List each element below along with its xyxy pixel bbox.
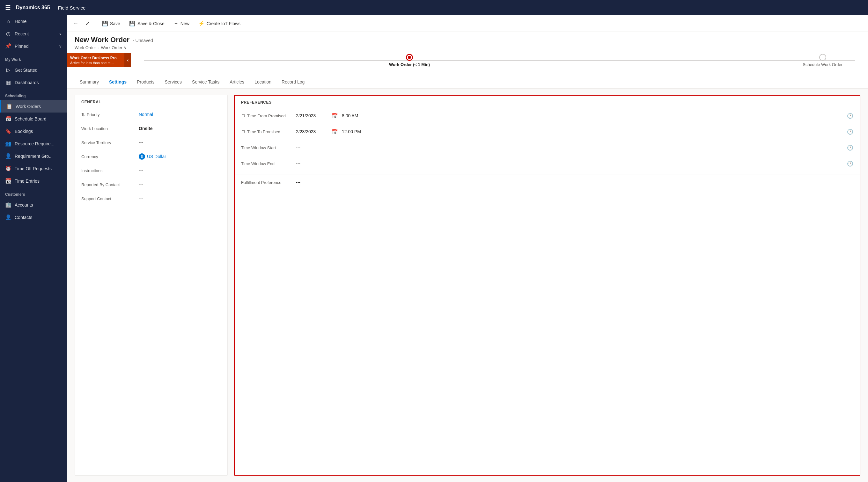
calendar-icon-to[interactable]: 📅 (332, 129, 338, 135)
tab-products[interactable]: Products (132, 76, 159, 88)
tab-summary[interactable]: Summary (74, 76, 104, 88)
clock-icon-from[interactable]: 🕐 (847, 113, 853, 119)
sidebar-item-recent[interactable]: ◷ Recent ∨ (0, 27, 67, 40)
sidebar-item-work-orders[interactable]: 📋 Work Orders (0, 100, 67, 113)
tab-content: GENERAL ⇅ Priority Normal Work Location … (67, 89, 868, 482)
app-name: Field Service (58, 5, 86, 10)
new-button[interactable]: ＋ New (169, 18, 193, 29)
time-from-icon: ⏱ (241, 114, 245, 118)
sidebar-item-home[interactable]: ⌂ Home (0, 15, 67, 27)
sidebar-item-contacts[interactable]: 👤 Contacts (0, 211, 67, 223)
tab-location[interactable]: Location (249, 76, 276, 88)
save-button[interactable]: 💾 Save (98, 19, 124, 28)
save-close-button[interactable]: 💾 Save & Close (125, 19, 168, 28)
iot-icon: ⚡ (198, 21, 205, 27)
field-time-window-start: Time Window Start --- 🕐 (235, 140, 860, 156)
field-support-contact: Support Contact --- (75, 192, 227, 205)
sidebar-label-bookings: Bookings (15, 129, 33, 134)
tab-services[interactable]: Services (159, 76, 187, 88)
sidebar-label-recent: Recent (15, 31, 29, 36)
page-title: New Work Order (74, 36, 129, 44)
page-unsaved-badge: - Unsaved (133, 38, 153, 43)
value-support-contact: --- (139, 196, 221, 201)
breadcrumb-label-2: Work Order (101, 45, 122, 50)
popout-button[interactable]: ⤢ (82, 19, 92, 29)
progress-inactive-node (819, 54, 826, 61)
pin-icon: 📌 (5, 43, 11, 49)
value-service-territory: --- (139, 140, 221, 145)
field-time-from-promised: ⏱ Time From Promised 2/21/2023 📅 8:00 AM… (235, 108, 860, 124)
dashboards-icon: ▦ (5, 79, 11, 86)
contacts-icon: 👤 (5, 214, 11, 220)
preferences-section: PREFERENCES ⏱ Time From Promised 2/21/20… (234, 95, 860, 476)
new-icon: ＋ (174, 20, 179, 27)
sidebar-item-bookings[interactable]: 🔖 Bookings (0, 125, 67, 137)
progress-active-dot (408, 56, 411, 59)
value-time-window-start: --- (296, 145, 843, 150)
label-time-window-start: Time Window Start (241, 146, 292, 150)
sidebar-label-dashboards: Dashboards (15, 80, 39, 85)
progress-node-active-container: Work Order (< 1 Min) (389, 54, 430, 67)
value-reported-by-contact: --- (139, 182, 221, 187)
sidebar: ⌂ Home ◷ Recent ∨ 📌 Pinned ∨ My Work ▷ G… (0, 15, 67, 482)
chevron-down-icon: ∨ (59, 44, 62, 49)
accounts-icon: 🏢 (5, 202, 11, 208)
iot-flows-button[interactable]: ⚡ Create IoT Flows (194, 19, 244, 28)
sidebar-item-dashboards[interactable]: ▦ Dashboards (0, 76, 67, 89)
sidebar-item-resource-requirements[interactable]: 👥 Resource Require... (0, 137, 67, 150)
progress-badge-title: Work Order Business Pro... (70, 56, 121, 60)
clock-icon-window-end[interactable]: 🕐 (847, 161, 853, 167)
field-time-to-promised: ⏱ Time To Promised 2/23/2023 📅 12:00 PM … (235, 124, 860, 140)
sidebar-item-time-entries[interactable]: 📆 Time Entries (0, 175, 67, 187)
label-time-to-promised: ⏱ Time To Promised (241, 129, 292, 134)
field-fulfillment-preference: Fulfillment Preference --- (235, 174, 860, 190)
progress-active-node (406, 54, 413, 61)
resource-req-icon: 👥 (5, 140, 11, 147)
nav-divider (54, 4, 54, 11)
value-time-from-date: 2/21/2023 (296, 113, 328, 118)
tab-articles[interactable]: Articles (224, 76, 249, 88)
value-fulfillment-preference: --- (296, 180, 853, 185)
progress-line (144, 60, 855, 61)
calendar-icon-from[interactable]: 📅 (332, 113, 338, 119)
progress-collapse-button[interactable]: ‹ (124, 53, 131, 67)
save-icon: 💾 (102, 21, 108, 27)
back-button[interactable]: ← (71, 19, 81, 29)
field-reported-by-contact: Reported By Contact --- (75, 178, 227, 192)
progress-badge[interactable]: Work Order Business Pro... Active for le… (67, 53, 124, 67)
progress-line-container: Work Order (< 1 Min) Schedule Work Order (131, 53, 868, 67)
clock-icon-window-start[interactable]: 🕐 (847, 145, 853, 151)
tab-settings[interactable]: Settings (104, 76, 132, 88)
tab-service-tasks[interactable]: Service Tasks (187, 76, 224, 88)
section-label-scheduling: Scheduling (0, 89, 67, 100)
sidebar-label-contacts: Contacts (15, 215, 32, 220)
preferences-section-title: PREFERENCES (235, 96, 860, 108)
field-instructions: Instructions --- (75, 164, 227, 178)
new-label: New (181, 21, 189, 26)
value-time-to-time: 12:00 PM (342, 129, 843, 134)
sidebar-item-requirement-groups[interactable]: 👤 Requirement Gro... (0, 150, 67, 162)
work-orders-icon: 📋 (6, 103, 12, 109)
value-currency[interactable]: $ US Dollar (139, 153, 221, 160)
field-work-location: Work Location Onsite (75, 122, 227, 135)
clock-icon-to[interactable]: 🕐 (847, 129, 853, 135)
sidebar-item-accounts[interactable]: 🏢 Accounts (0, 199, 67, 211)
sidebar-label-home: Home (15, 19, 27, 24)
time-off-icon: ⏰ (5, 165, 11, 171)
label-fulfillment-preference: Fulfillment Preference (241, 180, 292, 185)
field-currency: Currency $ US Dollar (75, 150, 227, 164)
tab-record-log[interactable]: Record Log (276, 76, 310, 88)
sidebar-item-get-started[interactable]: ▷ Get Started (0, 64, 67, 76)
label-service-territory: Service Territory (81, 140, 139, 145)
sidebar-item-pinned[interactable]: 📌 Pinned ∨ (0, 40, 67, 52)
breadcrumb-dropdown[interactable]: Work Order ∨ (101, 45, 127, 50)
sidebar-label-time-off-requests: Time Off Requests (15, 166, 52, 171)
cmd-separator (95, 20, 95, 27)
sidebar-item-time-off-requests[interactable]: ⏰ Time Off Requests (0, 162, 67, 175)
breadcrumb-link-1[interactable]: Work Order (74, 45, 96, 50)
hamburger-icon[interactable]: ☰ (5, 4, 11, 11)
page-title-row: New Work Order - Unsaved (74, 36, 860, 44)
value-priority[interactable]: Normal (139, 112, 221, 117)
progress-active-label: Work Order (< 1 Min) (389, 62, 430, 67)
sidebar-item-schedule-board[interactable]: 📅 Schedule Board (0, 113, 67, 125)
